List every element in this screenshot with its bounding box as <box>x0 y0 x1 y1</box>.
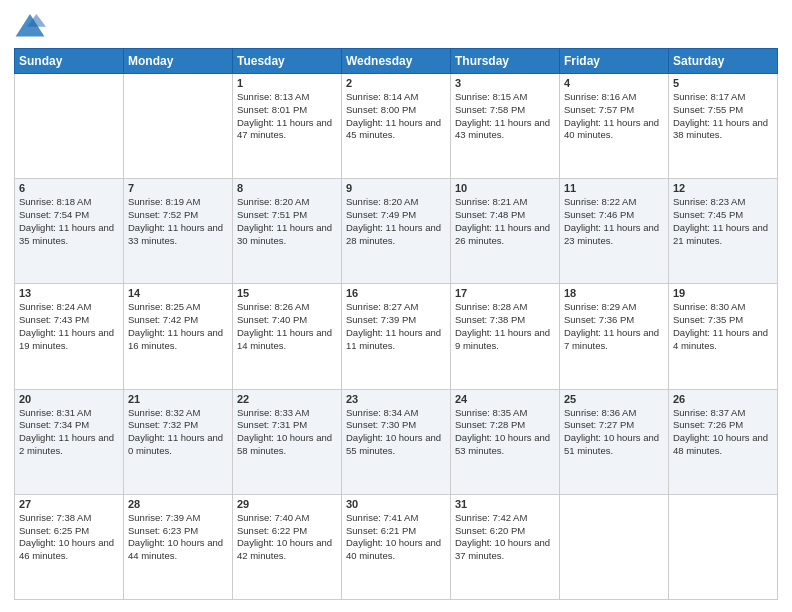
calendar-header-friday: Friday <box>560 49 669 74</box>
day-info: Sunset: 7:40 PM <box>237 314 337 327</box>
day-info: Sunrise: 8:20 AM <box>346 196 446 209</box>
day-info: Sunrise: 8:19 AM <box>128 196 228 209</box>
day-info: Sunrise: 7:42 AM <box>455 512 555 525</box>
calendar-cell: 4Sunrise: 8:16 AMSunset: 7:57 PMDaylight… <box>560 74 669 179</box>
calendar-cell: 10Sunrise: 8:21 AMSunset: 7:48 PMDayligh… <box>451 179 560 284</box>
day-info: Sunset: 7:28 PM <box>455 419 555 432</box>
calendar-week-4: 20Sunrise: 8:31 AMSunset: 7:34 PMDayligh… <box>15 389 778 494</box>
day-number: 14 <box>128 287 228 299</box>
day-info: Daylight: 11 hours and 35 minutes. <box>19 222 119 248</box>
calendar-cell: 29Sunrise: 7:40 AMSunset: 6:22 PMDayligh… <box>233 494 342 599</box>
day-number: 13 <box>19 287 119 299</box>
day-info: Sunset: 7:26 PM <box>673 419 773 432</box>
calendar-cell: 26Sunrise: 8:37 AMSunset: 7:26 PMDayligh… <box>669 389 778 494</box>
calendar-week-1: 1Sunrise: 8:13 AMSunset: 8:01 PMDaylight… <box>15 74 778 179</box>
day-info: Daylight: 11 hours and 14 minutes. <box>237 327 337 353</box>
day-info: Sunset: 6:22 PM <box>237 525 337 538</box>
day-number: 26 <box>673 393 773 405</box>
day-info: Sunrise: 8:22 AM <box>564 196 664 209</box>
calendar-cell: 9Sunrise: 8:20 AMSunset: 7:49 PMDaylight… <box>342 179 451 284</box>
calendar-cell: 14Sunrise: 8:25 AMSunset: 7:42 PMDayligh… <box>124 284 233 389</box>
calendar-cell: 31Sunrise: 7:42 AMSunset: 6:20 PMDayligh… <box>451 494 560 599</box>
calendar-table: SundayMondayTuesdayWednesdayThursdayFrid… <box>14 48 778 600</box>
day-number: 6 <box>19 182 119 194</box>
calendar-cell: 8Sunrise: 8:20 AMSunset: 7:51 PMDaylight… <box>233 179 342 284</box>
day-number: 12 <box>673 182 773 194</box>
day-info: Daylight: 10 hours and 40 minutes. <box>346 537 446 563</box>
day-info: Daylight: 11 hours and 38 minutes. <box>673 117 773 143</box>
calendar-header-sunday: Sunday <box>15 49 124 74</box>
day-info: Sunrise: 8:13 AM <box>237 91 337 104</box>
day-info: Sunrise: 8:20 AM <box>237 196 337 209</box>
day-info: Sunset: 8:01 PM <box>237 104 337 117</box>
calendar-cell: 24Sunrise: 8:35 AMSunset: 7:28 PMDayligh… <box>451 389 560 494</box>
day-info: Sunset: 7:49 PM <box>346 209 446 222</box>
page: SundayMondayTuesdayWednesdayThursdayFrid… <box>0 0 792 612</box>
day-info: Sunrise: 8:18 AM <box>19 196 119 209</box>
day-info: Sunrise: 8:32 AM <box>128 407 228 420</box>
calendar-cell <box>15 74 124 179</box>
day-info: Sunset: 7:39 PM <box>346 314 446 327</box>
day-info: Daylight: 11 hours and 11 minutes. <box>346 327 446 353</box>
day-number: 23 <box>346 393 446 405</box>
day-info: Daylight: 11 hours and 45 minutes. <box>346 117 446 143</box>
day-info: Daylight: 10 hours and 46 minutes. <box>19 537 119 563</box>
day-info: Sunset: 7:43 PM <box>19 314 119 327</box>
day-number: 15 <box>237 287 337 299</box>
day-info: Daylight: 10 hours and 55 minutes. <box>346 432 446 458</box>
calendar-cell: 6Sunrise: 8:18 AMSunset: 7:54 PMDaylight… <box>15 179 124 284</box>
day-info: Sunrise: 8:23 AM <box>673 196 773 209</box>
day-info: Daylight: 10 hours and 44 minutes. <box>128 537 228 563</box>
day-number: 8 <box>237 182 337 194</box>
day-number: 2 <box>346 77 446 89</box>
day-info: Sunrise: 8:14 AM <box>346 91 446 104</box>
day-number: 21 <box>128 393 228 405</box>
day-info: Sunset: 7:57 PM <box>564 104 664 117</box>
day-info: Daylight: 11 hours and 47 minutes. <box>237 117 337 143</box>
calendar-cell: 17Sunrise: 8:28 AMSunset: 7:38 PMDayligh… <box>451 284 560 389</box>
calendar-cell: 19Sunrise: 8:30 AMSunset: 7:35 PMDayligh… <box>669 284 778 389</box>
day-info: Sunrise: 7:39 AM <box>128 512 228 525</box>
calendar-cell <box>560 494 669 599</box>
day-info: Sunset: 7:54 PM <box>19 209 119 222</box>
day-info: Sunrise: 7:40 AM <box>237 512 337 525</box>
calendar-cell: 13Sunrise: 8:24 AMSunset: 7:43 PMDayligh… <box>15 284 124 389</box>
calendar-week-3: 13Sunrise: 8:24 AMSunset: 7:43 PMDayligh… <box>15 284 778 389</box>
calendar-cell <box>669 494 778 599</box>
calendar-cell: 28Sunrise: 7:39 AMSunset: 6:23 PMDayligh… <box>124 494 233 599</box>
day-number: 24 <box>455 393 555 405</box>
day-number: 7 <box>128 182 228 194</box>
calendar-cell: 21Sunrise: 8:32 AMSunset: 7:32 PMDayligh… <box>124 389 233 494</box>
day-info: Daylight: 10 hours and 58 minutes. <box>237 432 337 458</box>
day-info: Daylight: 10 hours and 37 minutes. <box>455 537 555 563</box>
calendar-header-saturday: Saturday <box>669 49 778 74</box>
day-number: 5 <box>673 77 773 89</box>
day-info: Daylight: 11 hours and 26 minutes. <box>455 222 555 248</box>
day-info: Sunrise: 8:34 AM <box>346 407 446 420</box>
day-info: Daylight: 11 hours and 28 minutes. <box>346 222 446 248</box>
day-number: 25 <box>564 393 664 405</box>
calendar-cell: 30Sunrise: 7:41 AMSunset: 6:21 PMDayligh… <box>342 494 451 599</box>
day-info: Daylight: 11 hours and 33 minutes. <box>128 222 228 248</box>
day-info: Daylight: 11 hours and 43 minutes. <box>455 117 555 143</box>
calendar-header-row: SundayMondayTuesdayWednesdayThursdayFrid… <box>15 49 778 74</box>
day-info: Sunrise: 8:25 AM <box>128 301 228 314</box>
calendar-cell: 15Sunrise: 8:26 AMSunset: 7:40 PMDayligh… <box>233 284 342 389</box>
day-number: 17 <box>455 287 555 299</box>
day-info: Sunset: 6:23 PM <box>128 525 228 538</box>
day-info: Sunrise: 8:31 AM <box>19 407 119 420</box>
day-info: Daylight: 11 hours and 19 minutes. <box>19 327 119 353</box>
day-info: Sunset: 7:48 PM <box>455 209 555 222</box>
day-info: Daylight: 10 hours and 42 minutes. <box>237 537 337 563</box>
day-number: 20 <box>19 393 119 405</box>
day-info: Sunset: 6:25 PM <box>19 525 119 538</box>
day-number: 4 <box>564 77 664 89</box>
day-info: Daylight: 10 hours and 53 minutes. <box>455 432 555 458</box>
day-info: Sunset: 6:21 PM <box>346 525 446 538</box>
day-number: 28 <box>128 498 228 510</box>
day-info: Sunset: 6:20 PM <box>455 525 555 538</box>
day-number: 27 <box>19 498 119 510</box>
calendar-cell: 18Sunrise: 8:29 AMSunset: 7:36 PMDayligh… <box>560 284 669 389</box>
calendar-cell: 22Sunrise: 8:33 AMSunset: 7:31 PMDayligh… <box>233 389 342 494</box>
logo <box>14 12 50 40</box>
